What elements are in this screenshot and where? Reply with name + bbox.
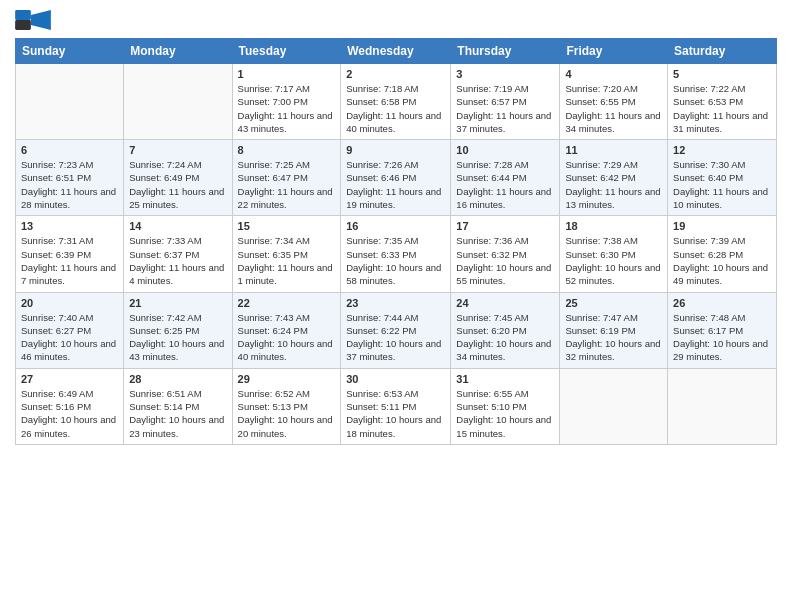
day-number: 12 <box>673 144 771 156</box>
weekday-header-friday: Friday <box>560 39 668 64</box>
calendar-cell: 8Sunrise: 7:25 AM Sunset: 6:47 PM Daylig… <box>232 140 341 216</box>
day-info: Sunrise: 7:40 AM Sunset: 6:27 PM Dayligh… <box>21 311 118 364</box>
day-number: 8 <box>238 144 336 156</box>
day-info: Sunrise: 7:36 AM Sunset: 6:32 PM Dayligh… <box>456 234 554 287</box>
day-info: Sunrise: 6:52 AM Sunset: 5:13 PM Dayligh… <box>238 387 336 440</box>
day-number: 25 <box>565 297 662 309</box>
calendar-cell: 14Sunrise: 7:33 AM Sunset: 6:37 PM Dayli… <box>124 216 232 292</box>
day-number: 26 <box>673 297 771 309</box>
weekday-header-tuesday: Tuesday <box>232 39 341 64</box>
day-info: Sunrise: 7:19 AM Sunset: 6:57 PM Dayligh… <box>456 82 554 135</box>
calendar-cell: 31Sunrise: 6:55 AM Sunset: 5:10 PM Dayli… <box>451 368 560 444</box>
calendar-table: SundayMondayTuesdayWednesdayThursdayFrid… <box>15 38 777 445</box>
day-number: 16 <box>346 220 445 232</box>
calendar-cell: 4Sunrise: 7:20 AM Sunset: 6:55 PM Daylig… <box>560 64 668 140</box>
calendar-cell: 12Sunrise: 7:30 AM Sunset: 6:40 PM Dayli… <box>668 140 777 216</box>
day-info: Sunrise: 7:44 AM Sunset: 6:22 PM Dayligh… <box>346 311 445 364</box>
calendar-cell: 28Sunrise: 6:51 AM Sunset: 5:14 PM Dayli… <box>124 368 232 444</box>
day-info: Sunrise: 7:43 AM Sunset: 6:24 PM Dayligh… <box>238 311 336 364</box>
day-number: 9 <box>346 144 445 156</box>
calendar-cell: 30Sunrise: 6:53 AM Sunset: 5:11 PM Dayli… <box>341 368 451 444</box>
weekday-header-thursday: Thursday <box>451 39 560 64</box>
calendar-cell: 6Sunrise: 7:23 AM Sunset: 6:51 PM Daylig… <box>16 140 124 216</box>
day-info: Sunrise: 7:48 AM Sunset: 6:17 PM Dayligh… <box>673 311 771 364</box>
svg-rect-0 <box>15 10 31 20</box>
day-number: 15 <box>238 220 336 232</box>
day-number: 22 <box>238 297 336 309</box>
logo <box>15 10 51 32</box>
day-number: 11 <box>565 144 662 156</box>
calendar-cell: 7Sunrise: 7:24 AM Sunset: 6:49 PM Daylig… <box>124 140 232 216</box>
calendar-cell: 15Sunrise: 7:34 AM Sunset: 6:35 PM Dayli… <box>232 216 341 292</box>
weekday-header-monday: Monday <box>124 39 232 64</box>
svg-rect-1 <box>15 20 31 30</box>
day-info: Sunrise: 7:42 AM Sunset: 6:25 PM Dayligh… <box>129 311 226 364</box>
calendar-cell: 5Sunrise: 7:22 AM Sunset: 6:53 PM Daylig… <box>668 64 777 140</box>
day-number: 19 <box>673 220 771 232</box>
day-info: Sunrise: 7:20 AM Sunset: 6:55 PM Dayligh… <box>565 82 662 135</box>
day-info: Sunrise: 7:31 AM Sunset: 6:39 PM Dayligh… <box>21 234 118 287</box>
day-info: Sunrise: 7:33 AM Sunset: 6:37 PM Dayligh… <box>129 234 226 287</box>
day-number: 17 <box>456 220 554 232</box>
calendar-cell: 16Sunrise: 7:35 AM Sunset: 6:33 PM Dayli… <box>341 216 451 292</box>
weekday-header-row: SundayMondayTuesdayWednesdayThursdayFrid… <box>16 39 777 64</box>
day-number: 29 <box>238 373 336 385</box>
day-info: Sunrise: 7:24 AM Sunset: 6:49 PM Dayligh… <box>129 158 226 211</box>
weekday-header-sunday: Sunday <box>16 39 124 64</box>
day-info: Sunrise: 7:26 AM Sunset: 6:46 PM Dayligh… <box>346 158 445 211</box>
day-number: 30 <box>346 373 445 385</box>
day-info: Sunrise: 6:51 AM Sunset: 5:14 PM Dayligh… <box>129 387 226 440</box>
day-number: 24 <box>456 297 554 309</box>
day-info: Sunrise: 7:17 AM Sunset: 7:00 PM Dayligh… <box>238 82 336 135</box>
calendar-cell: 23Sunrise: 7:44 AM Sunset: 6:22 PM Dayli… <box>341 292 451 368</box>
calendar-cell: 20Sunrise: 7:40 AM Sunset: 6:27 PM Dayli… <box>16 292 124 368</box>
calendar-cell: 27Sunrise: 6:49 AM Sunset: 5:16 PM Dayli… <box>16 368 124 444</box>
day-number: 1 <box>238 68 336 80</box>
calendar-cell: 3Sunrise: 7:19 AM Sunset: 6:57 PM Daylig… <box>451 64 560 140</box>
calendar-cell: 9Sunrise: 7:26 AM Sunset: 6:46 PM Daylig… <box>341 140 451 216</box>
day-info: Sunrise: 7:47 AM Sunset: 6:19 PM Dayligh… <box>565 311 662 364</box>
day-number: 4 <box>565 68 662 80</box>
day-number: 31 <box>456 373 554 385</box>
day-info: Sunrise: 7:34 AM Sunset: 6:35 PM Dayligh… <box>238 234 336 287</box>
calendar-cell: 29Sunrise: 6:52 AM Sunset: 5:13 PM Dayli… <box>232 368 341 444</box>
calendar-week-row: 20Sunrise: 7:40 AM Sunset: 6:27 PM Dayli… <box>16 292 777 368</box>
calendar-cell <box>16 64 124 140</box>
day-info: Sunrise: 6:53 AM Sunset: 5:11 PM Dayligh… <box>346 387 445 440</box>
calendar-cell: 17Sunrise: 7:36 AM Sunset: 6:32 PM Dayli… <box>451 216 560 292</box>
calendar-cell <box>668 368 777 444</box>
day-number: 21 <box>129 297 226 309</box>
calendar-cell: 10Sunrise: 7:28 AM Sunset: 6:44 PM Dayli… <box>451 140 560 216</box>
calendar-cell: 2Sunrise: 7:18 AM Sunset: 6:58 PM Daylig… <box>341 64 451 140</box>
header <box>15 10 777 32</box>
day-number: 6 <box>21 144 118 156</box>
calendar-week-row: 27Sunrise: 6:49 AM Sunset: 5:16 PM Dayli… <box>16 368 777 444</box>
weekday-header-wednesday: Wednesday <box>341 39 451 64</box>
calendar-week-row: 13Sunrise: 7:31 AM Sunset: 6:39 PM Dayli… <box>16 216 777 292</box>
day-number: 27 <box>21 373 118 385</box>
calendar-cell: 22Sunrise: 7:43 AM Sunset: 6:24 PM Dayli… <box>232 292 341 368</box>
calendar-cell: 19Sunrise: 7:39 AM Sunset: 6:28 PM Dayli… <box>668 216 777 292</box>
day-info: Sunrise: 7:30 AM Sunset: 6:40 PM Dayligh… <box>673 158 771 211</box>
day-number: 5 <box>673 68 771 80</box>
calendar-cell: 25Sunrise: 7:47 AM Sunset: 6:19 PM Dayli… <box>560 292 668 368</box>
day-number: 10 <box>456 144 554 156</box>
calendar-week-row: 6Sunrise: 7:23 AM Sunset: 6:51 PM Daylig… <box>16 140 777 216</box>
calendar-cell: 21Sunrise: 7:42 AM Sunset: 6:25 PM Dayli… <box>124 292 232 368</box>
day-number: 28 <box>129 373 226 385</box>
calendar-cell <box>560 368 668 444</box>
calendar-cell: 1Sunrise: 7:17 AM Sunset: 7:00 PM Daylig… <box>232 64 341 140</box>
logo-icon <box>15 10 51 30</box>
day-info: Sunrise: 7:28 AM Sunset: 6:44 PM Dayligh… <box>456 158 554 211</box>
day-info: Sunrise: 7:18 AM Sunset: 6:58 PM Dayligh… <box>346 82 445 135</box>
day-number: 2 <box>346 68 445 80</box>
calendar-week-row: 1Sunrise: 7:17 AM Sunset: 7:00 PM Daylig… <box>16 64 777 140</box>
day-info: Sunrise: 6:49 AM Sunset: 5:16 PM Dayligh… <box>21 387 118 440</box>
weekday-header-saturday: Saturday <box>668 39 777 64</box>
day-info: Sunrise: 7:23 AM Sunset: 6:51 PM Dayligh… <box>21 158 118 211</box>
day-number: 14 <box>129 220 226 232</box>
day-info: Sunrise: 7:39 AM Sunset: 6:28 PM Dayligh… <box>673 234 771 287</box>
day-info: Sunrise: 7:45 AM Sunset: 6:20 PM Dayligh… <box>456 311 554 364</box>
day-number: 20 <box>21 297 118 309</box>
day-info: Sunrise: 7:29 AM Sunset: 6:42 PM Dayligh… <box>565 158 662 211</box>
